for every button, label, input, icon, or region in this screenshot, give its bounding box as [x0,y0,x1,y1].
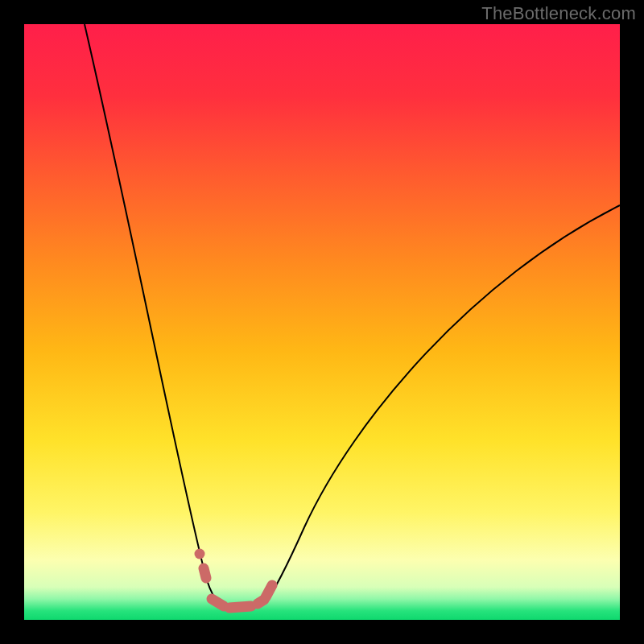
series-accent-markers-segment [229,606,251,608]
series-accent-markers-segment [204,568,206,578]
watermark-text: TheBottleneck.com [481,3,636,24]
series-accent-markers-dot [195,549,205,559]
curve-layer [24,24,620,620]
series-right-branch [266,205,620,602]
series-left-branch [85,24,217,602]
series-accent-markers-segment [266,585,272,597]
series-accent-markers-segment [212,599,224,606]
